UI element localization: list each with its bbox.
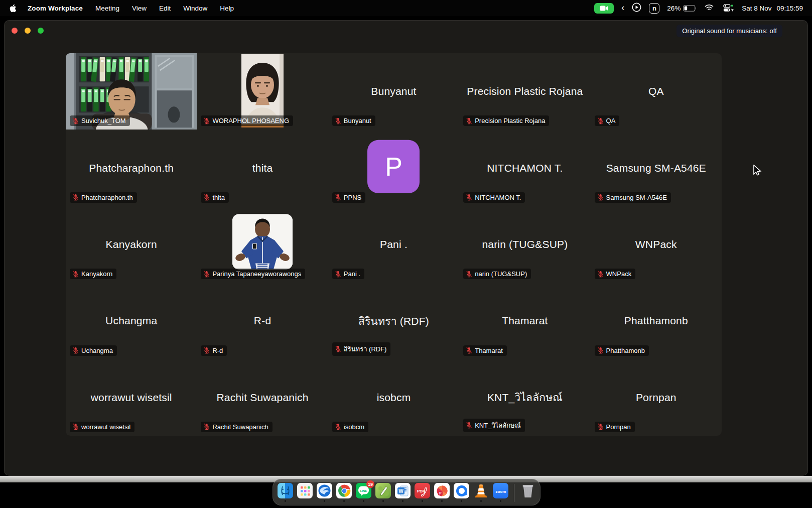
notification-badge: 19 bbox=[366, 480, 374, 488]
menubar-clock[interactable]: Sat 8 Nov 09:15:59 bbox=[742, 5, 803, 12]
dock-app-p-swirl[interactable]: P bbox=[434, 483, 450, 502]
participant-tile[interactable]: Kanyakorn Kanyakorn bbox=[66, 206, 197, 283]
participant-label-text: Precision Plastic Rojana bbox=[475, 117, 545, 124]
menu-meeting[interactable]: Meeting bbox=[95, 5, 119, 12]
dock-app-pdf[interactable]: PDF bbox=[415, 483, 430, 502]
finder-icon bbox=[278, 483, 293, 498]
running-indicator-dot bbox=[422, 500, 424, 502]
wifi-icon[interactable] bbox=[705, 4, 716, 13]
participant-label-text: narin (TUG&SUP) bbox=[475, 270, 527, 278]
participant-label-text: Bunyanut bbox=[344, 117, 371, 124]
battery-percent-label: 26% bbox=[667, 5, 681, 12]
menu-window[interactable]: Window bbox=[183, 5, 207, 12]
avatar-photo-image bbox=[232, 214, 293, 269]
participant-label-text: QA bbox=[606, 117, 616, 124]
participant-tile[interactable]: Suvichuk_TOM bbox=[66, 53, 197, 130]
muted-mic-icon bbox=[466, 194, 472, 201]
dock: LINE19 W PDF P zoom bbox=[273, 479, 540, 505]
muted-mic-icon bbox=[597, 194, 604, 201]
participant-tile[interactable]: QA QA bbox=[591, 53, 722, 130]
participant-tile[interactable]: Phatcharaphon.th Phatcharaphon.th bbox=[66, 130, 197, 206]
dock-app-vlc[interactable] bbox=[473, 483, 489, 502]
participant-tile[interactable]: WORAPHOL PHOSAENG bbox=[197, 53, 328, 130]
participant-tile[interactable]: Rachit Suwapanich Rachit Suwapanich bbox=[197, 359, 328, 436]
participant-name-label: Phatcharaphon.th bbox=[70, 192, 137, 203]
dock-app-finder[interactable] bbox=[278, 483, 293, 502]
participant-name-label: R-d bbox=[201, 345, 227, 356]
participant-tile[interactable]: R-d R-d bbox=[197, 283, 328, 359]
muted-mic-icon bbox=[72, 194, 79, 201]
close-button[interactable] bbox=[12, 28, 18, 34]
menu-view[interactable]: View bbox=[132, 5, 147, 12]
dock-app-thunderbird[interactable] bbox=[317, 483, 332, 502]
menu-edit[interactable]: Edit bbox=[159, 5, 171, 12]
dock-app-chrome[interactable] bbox=[336, 483, 352, 502]
menubar-app-name[interactable]: Zoom Workplace bbox=[28, 5, 83, 12]
battery-status[interactable]: 26% bbox=[667, 5, 697, 12]
participant-label-text: Samsung SM-A546E bbox=[606, 194, 667, 201]
participant-name-label: Bunyanut bbox=[332, 115, 375, 126]
participant-tile[interactable]: Thamarat Thamarat bbox=[459, 283, 590, 359]
chevron-left-icon[interactable]: ‹ bbox=[621, 3, 624, 12]
muted-mic-icon bbox=[335, 345, 341, 352]
dock-separator bbox=[514, 484, 514, 502]
participant-tile[interactable]: narin (TUG&SUP) narin (TUG&SUP) bbox=[459, 206, 590, 283]
participant-tile[interactable]: Bunyanut Bunyanut bbox=[328, 53, 459, 130]
participant-tile[interactable]: Phatthamonb Phatthamonb bbox=[591, 283, 722, 359]
pdf-app-icon: PDF bbox=[415, 483, 430, 498]
menu-help[interactable]: Help bbox=[220, 5, 234, 12]
window-controls bbox=[12, 28, 44, 34]
participant-tile[interactable]: Precision Plastic Rojana Precision Plast… bbox=[459, 53, 590, 130]
participant-tile[interactable]: Pani . Pani . bbox=[328, 206, 459, 283]
apple-menu-icon[interactable] bbox=[9, 4, 17, 13]
participant-label-text: Phatcharaphon.th bbox=[81, 194, 133, 201]
participant-tile[interactable]: P PPNS bbox=[328, 130, 459, 206]
participant-tile[interactable]: NITCHAMON T. NITCHAMON T. bbox=[459, 130, 590, 206]
muted-mic-icon bbox=[466, 347, 472, 354]
running-indicator-dot bbox=[363, 500, 365, 502]
muted-mic-icon bbox=[72, 423, 79, 430]
play-circle-icon[interactable] bbox=[632, 3, 641, 14]
original-sound-toggle[interactable]: Original sound for musicians: off bbox=[676, 25, 782, 37]
dock-trash[interactable] bbox=[520, 483, 535, 498]
participant-tile[interactable]: Pornpan Pornpan bbox=[591, 359, 722, 436]
participant-name-label: Phatthamonb bbox=[595, 345, 649, 356]
avatar-initial: P bbox=[385, 151, 402, 181]
dock-app-quicktime[interactable] bbox=[454, 483, 469, 502]
participant-gallery: Suvichuk_TOM WORAPHOL PHOSAENGBunyanut B… bbox=[66, 53, 722, 436]
participant-label-text: สิรินทรา (RDF) bbox=[344, 344, 387, 354]
dock-app-green-pen[interactable] bbox=[375, 483, 391, 502]
participant-name-label: Suvichuk_TOM bbox=[70, 115, 130, 126]
participant-name-label: narin (TUG&SUP) bbox=[463, 269, 531, 279]
participant-label-text: KNT_วิไลลักษณ์ bbox=[475, 420, 521, 431]
participant-label-text: Rachit Suwapanich bbox=[212, 423, 268, 431]
muted-mic-icon bbox=[72, 271, 79, 278]
minimize-button[interactable] bbox=[25, 28, 31, 34]
participant-name-label: Samsung SM-A546E bbox=[595, 192, 671, 203]
participant-name-label: WNPack bbox=[595, 269, 636, 279]
participant-tile[interactable]: WNPack WNPack bbox=[591, 206, 722, 283]
participant-tile[interactable]: KNT_วิไลลักษณ์ KNT_วิไลลักษณ์ bbox=[459, 359, 590, 436]
participant-tile[interactable]: Parinya Tapaneeyaworawongs bbox=[197, 206, 328, 283]
time-label: 09:15:59 bbox=[776, 5, 803, 12]
dock-app-launchpad[interactable] bbox=[297, 483, 313, 498]
participant-tile[interactable]: Samsung SM-A546E Samsung SM-A546E bbox=[591, 130, 722, 206]
participant-tile[interactable]: isobcm isobcm bbox=[328, 359, 459, 436]
participant-name-label: Uchangma bbox=[70, 345, 117, 356]
participant-tile[interactable]: สิรินทรา (RDF) สิรินทรา (RDF) bbox=[328, 283, 459, 359]
dock-app-word[interactable]: W bbox=[395, 483, 411, 502]
participant-tile[interactable]: Uchangma Uchangma bbox=[66, 283, 197, 359]
n-app-icon[interactable]: n bbox=[649, 3, 659, 14]
participant-tile[interactable]: worrawut wisetsil worrawut wisetsil bbox=[66, 359, 197, 436]
fullscreen-button[interactable] bbox=[38, 28, 44, 34]
trash-icon bbox=[520, 483, 535, 498]
participant-initial-avatar: P bbox=[367, 140, 420, 193]
dock-app-line[interactable]: LINE19 bbox=[356, 483, 371, 502]
participant-label-text: worrawut wisetsil bbox=[81, 423, 130, 431]
muted-mic-icon bbox=[203, 271, 210, 278]
camera-active-pill[interactable] bbox=[594, 3, 614, 14]
participant-tile[interactable]: thita thita bbox=[197, 130, 328, 206]
participant-label-text: Kanyakorn bbox=[81, 270, 112, 278]
dock-app-zoom[interactable]: zoom bbox=[493, 483, 508, 502]
control-center-icon[interactable] bbox=[723, 4, 734, 12]
